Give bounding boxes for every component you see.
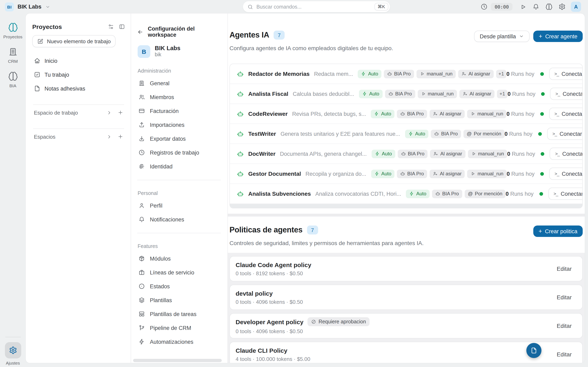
create-policy-button[interactable]: + Crear politica [533, 225, 583, 237]
edit-policy-button[interactable]: Editar [557, 351, 572, 358]
policy-card[interactable]: devtal policy0 tools · 4096 tokens · $0.… [229, 285, 583, 310]
policies-title: Politicas de agentes [229, 225, 302, 234]
user-plus-icon [463, 91, 467, 96]
agent-row[interactable]: DocWriterDocumenta APIs, genera changel.… [230, 144, 582, 164]
sidebar-group-label: Espacios [34, 133, 101, 140]
rail-item-ajustes[interactable] [5, 342, 21, 359]
settings-item-módulos[interactable]: Módulos [137, 252, 221, 266]
connect-agent-button[interactable]: >_Conectar [549, 167, 583, 180]
rail-item-label: BIA [9, 83, 16, 88]
workspace-logo[interactable]: BI [5, 2, 14, 11]
settings-item-miembros[interactable]: Miembros [137, 90, 221, 104]
bot-icon [434, 131, 439, 136]
new-work-item-button[interactable]: Nuevo elemento de trabajo [32, 35, 116, 47]
bot-icon [400, 111, 405, 116]
create-agent-button[interactable]: + Crear agente [534, 31, 583, 42]
policy-card[interactable]: Claude Code Agent policy0 tools · 8192 t… [229, 256, 583, 281]
edit-policy-button[interactable]: Editar [557, 266, 572, 272]
search-icon [247, 4, 253, 9]
settings-item-label: Notificaciones [150, 216, 184, 222]
settings-item-general[interactable]: General [137, 76, 221, 90]
chevron-down-icon[interactable] [45, 4, 50, 9]
bot-icon [237, 70, 244, 77]
connect-label: Conectar [562, 151, 583, 157]
filter-sliders-icon[interactable] [108, 24, 114, 30]
user-avatar[interactable]: A [571, 2, 581, 12]
command-search-input[interactable]: Buscar comandos... ⌘K [243, 1, 390, 12]
workspace-slug: bik [155, 52, 181, 58]
policy-name: Claude CLI Policy [236, 347, 287, 354]
plus-icon [118, 134, 123, 140]
sidebar-item-notas-adhesivas[interactable]: Notas adhesivas [32, 82, 125, 95]
from-template-button[interactable]: Desde plantilla [474, 31, 530, 42]
notifications-bell-icon[interactable] [532, 3, 539, 10]
agent-row[interactable]: CodeReviewerRevisa PRs, detecta bugs, s.… [230, 104, 582, 124]
workspace-card[interactable]: B BIK Labs bik [137, 45, 221, 58]
sidebar-group-espacios[interactable]: Espacios [32, 130, 125, 143]
timer-value[interactable]: 00:00 [491, 3, 512, 11]
settings-item-registros-de-trabajo[interactable]: Registros de trabajo [137, 146, 221, 159]
rail-item-proyectos[interactable]: Proyectos [3, 22, 22, 39]
sidebar-scrollbar[interactable] [133, 359, 222, 362]
workspace-switcher[interactable]: BIK Labs [17, 4, 42, 10]
connect-agent-button[interactable]: >_Conectar [549, 68, 583, 80]
sidebar-item-label: Tu trabajo [44, 72, 69, 78]
connect-agent-button[interactable]: >_Conectar [550, 148, 583, 160]
bot-icon [435, 191, 440, 196]
agents-count-badge: 7 [274, 31, 285, 40]
rail-item-bia[interactable]: BIA [3, 71, 22, 88]
sidebar-item-label: Inicio [44, 58, 57, 64]
settings-item-automatizaciones[interactable]: Automatizaciones [137, 335, 221, 349]
agent-status-dot [541, 152, 545, 156]
policy-card[interactable]: Developer Agent policyRequiere aprobacio… [229, 313, 583, 338]
connect-agent-button[interactable]: >_Conectar [549, 108, 583, 120]
settings-gear-icon[interactable] [559, 3, 566, 10]
create-agent-label: Crear agente [545, 33, 577, 39]
edit-policy-button[interactable]: Editar [557, 294, 572, 300]
settings-item-líneas-de-servicio[interactable]: Líneas de servicio [137, 266, 221, 279]
connect-agent-button[interactable]: >_Conectar [550, 88, 583, 100]
agent-row[interactable]: Analista FiscalCalcula bases deducibl...… [230, 84, 582, 104]
floating-doc-button[interactable] [526, 343, 541, 358]
sidebar-item-tu-trabajo[interactable]: Tu trabajo [32, 68, 125, 82]
settings-item-plantillas[interactable]: Plantillas [137, 293, 221, 307]
user-plus-icon [433, 171, 438, 176]
settings-item-perfil[interactable]: Perfil [137, 199, 221, 212]
settings-item-plantillas-de-tareas[interactable]: Plantillas de tareas [137, 307, 221, 321]
rail-item-crm[interactable]: CRM [3, 47, 22, 64]
settings-item-importaciones[interactable]: Importaciones [137, 118, 221, 132]
back-to-settings[interactable]: Configuración del workspace [137, 26, 221, 38]
settings-item-label: Pipeline de CRM [150, 325, 191, 331]
agent-status-dot [540, 112, 544, 116]
settings-item-estados[interactable]: Estados [137, 279, 221, 293]
edit-policy-button[interactable]: Editar [557, 323, 572, 329]
agent-description: Documenta APIs, genera changel... [280, 151, 367, 157]
settings-item-exportar-datos[interactable]: Exportar datos [137, 132, 221, 146]
ai-brain-icon[interactable] [545, 3, 553, 10]
timer-clock-icon[interactable] [481, 3, 488, 10]
agent-row[interactable]: Analista SubvencionesAnaliza convocatori… [230, 184, 582, 204]
connect-agent-button[interactable]: >_Conectar [548, 188, 583, 200]
agent-row[interactable]: Gestor DocumentalRecopila y organiza do.… [230, 164, 582, 184]
section-label: Administración [138, 68, 221, 74]
settings-item-pipeline-de-crm[interactable]: Pipeline de CRM [137, 321, 221, 335]
agent-badge-label: Auto [382, 151, 392, 157]
agent-row[interactable]: TestWriterGenera tests unitarios y E2E p… [230, 124, 582, 144]
panel-layout-icon[interactable] [119, 24, 125, 30]
sidebar-group-espacio-de-trabajo[interactable]: Espacio de trabajo [32, 106, 125, 119]
settings-item-facturación[interactable]: Facturación [137, 104, 221, 118]
settings-item-identidad[interactable]: Identidad [137, 159, 221, 173]
agent-row[interactable]: Redactor de MemoriasRedacta mem...AutoBI… [230, 64, 582, 84]
app-rail: ProyectosCRMBIA Ajustes [0, 13, 26, 367]
settings-item-notificaciones[interactable]: Notificaciones [137, 212, 221, 226]
table-horizontal-scrollbar[interactable] [230, 204, 582, 208]
settings-item-label: Automatizaciones [150, 339, 193, 345]
agent-badge-label: manual_run [478, 151, 504, 157]
sidebar-item-inicio[interactable]: Inicio [32, 54, 125, 68]
bot-icon [237, 170, 244, 177]
connect-agent-button[interactable]: >_Conectar [547, 128, 583, 140]
bot-icon [237, 110, 244, 117]
connect-label: Conectar [561, 191, 583, 197]
agent-badge: manual_run [468, 150, 507, 158]
play-icon[interactable] [520, 3, 526, 10]
